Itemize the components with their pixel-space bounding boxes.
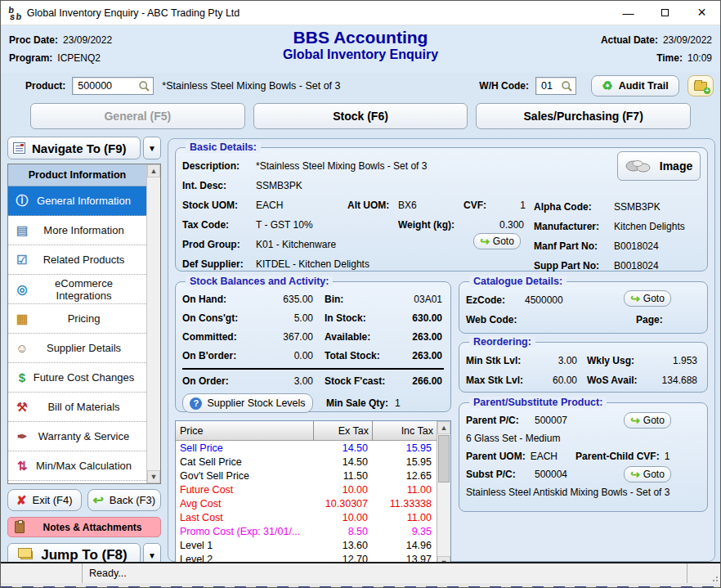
inc-tax-column-header[interactable]: Inc Tax <box>373 425 437 437</box>
catalogue-goto-button[interactable]: ↪ Goto <box>624 290 671 307</box>
back-button[interactable]: ↩ Back (F3) <box>87 489 162 511</box>
max-stk-value: 60.00 <box>535 370 577 390</box>
available-label: Available: <box>325 328 396 347</box>
notes-attachments-button[interactable]: Notes & Attachments <box>7 517 161 537</box>
int-desc-label: Int. Desc: <box>182 176 256 195</box>
divider <box>182 368 444 370</box>
tab-bar: General (F5) Stock (F6) Sales/Purchasing… <box>1 99 720 133</box>
price-table-row[interactable]: Gov't Sell Price 11.50 12.65 <box>176 469 437 483</box>
sidebar-item[interactable]: ☑ Related Products <box>8 245 146 275</box>
dollar-icon: $ <box>13 370 31 384</box>
price-table-row[interactable]: Promo Cost (Exp: 31/01/... 8.50 9.35 <box>176 524 437 538</box>
status-cell <box>1 563 83 583</box>
stock-uom-value: EACH <box>256 195 347 215</box>
sidebar-item[interactable]: ⚒ Bill of Materials <box>8 393 146 422</box>
product-bar: Product: 500000 *Stainless Steel Mixing … <box>1 73 720 99</box>
app-logo-icon: bｓb <box>7 7 21 20</box>
sidebar-scrollbar[interactable]: ▲ ▼ <box>146 164 160 483</box>
minimize-button[interactable]: — <box>610 1 647 25</box>
supplier-stock-levels-button[interactable]: ? Supplier Stock Levels <box>182 393 313 413</box>
search-icon[interactable] <box>561 80 573 92</box>
on-order-value: 3.00 <box>258 372 313 391</box>
stock-fcast-label: Stock F'cast: <box>325 372 396 391</box>
price-table-row[interactable]: Level 1 13.60 14.96 <box>176 538 437 552</box>
audit-trail-button[interactable]: ♻ Audit Trail <box>591 75 679 97</box>
stock-balances-group: Stock Balances and Activity: On Hand:635… <box>175 281 451 412</box>
image-button-label: Image <box>660 159 692 173</box>
sidebar-item[interactable]: ⓘ General Information <box>8 186 146 216</box>
status-message: Ready... <box>83 563 687 583</box>
time-value: 10:09 <box>687 52 712 64</box>
price-table-scrollbar[interactable]: ▲ ▼ <box>437 421 450 569</box>
parent-pc-label: Parent P/C: <box>466 411 535 429</box>
sidebar-item[interactable]: ◎ eCommerce Integrations <box>8 275 146 304</box>
supplier-goto-button[interactable]: ↪ Goto <box>473 233 521 249</box>
status-bar: Ready... <box>1 562 720 583</box>
open-folder-button[interactable]: + <box>687 75 714 97</box>
bin-label: Bin: <box>325 290 396 309</box>
product-description: *Stainless Steel Mixing Bowls - Set of 3 <box>162 80 340 92</box>
goto-arrow-icon: ↪ <box>630 293 640 304</box>
tab-stock[interactable]: Stock (F6) <box>253 103 468 129</box>
price-column-header[interactable]: Price <box>176 421 314 440</box>
int-desc-value: SSMB3PK <box>256 176 302 195</box>
wos-avail-value: 134.688 <box>651 370 701 390</box>
product-input[interactable]: 500000 <box>72 77 154 95</box>
navigate-dropdown-button[interactable]: ▼ <box>143 137 161 159</box>
on-order-label: On Order: <box>182 372 258 391</box>
pricing-table-icon: ▦ <box>13 312 31 326</box>
goto-arrow-icon: ↪ <box>480 236 490 247</box>
jump-to-label: Jump To (F8) <box>41 547 127 563</box>
scroll-up-icon[interactable]: ▲ <box>437 421 450 434</box>
navigate-to-button[interactable]: Navigate To (F9) <box>7 137 141 159</box>
subst-pc-label: Subst P/C: <box>466 465 535 483</box>
image-button[interactable]: Image <box>617 151 701 181</box>
min-sale-qty-value: 1 <box>395 397 401 409</box>
price-table-row[interactable]: Future Cost 10.00 11.00 <box>176 483 437 496</box>
sidebar-item[interactable]: ▤ More Information <box>8 216 146 245</box>
parent-uom-label: Parent UOM: <box>466 447 526 465</box>
title-bar: bｓb Global Inventory Enquiry - ABC Tradi… <box>1 1 720 25</box>
price-table-row[interactable]: Sell Price 14.50 15.95 <box>176 441 437 455</box>
alpha-code-label: Alpha Code: <box>534 197 614 217</box>
sidebar-item[interactable]: ☺ Supplier Details <box>8 334 146 363</box>
search-icon[interactable] <box>138 80 150 92</box>
close-button[interactable]: × <box>683 1 720 25</box>
parent-goto-button[interactable]: ↪Goto <box>624 412 671 429</box>
info-icon: ⓘ <box>13 193 31 209</box>
basic-details-title: Basic Details: <box>186 141 261 153</box>
wh-code-input[interactable]: 01 <box>535 77 576 95</box>
price-table-row[interactable]: Avg Cost 10.30307 11.33338 <box>176 496 437 510</box>
prod-group-label: Prod Group: <box>182 235 256 254</box>
goto-label: Goto <box>643 465 665 483</box>
price-table-row[interactable]: Last Cost 10.00 11.00 <box>176 510 437 524</box>
exit-button[interactable]: ✘ Exit (F4) <box>7 489 82 511</box>
goto-label: Goto <box>493 236 514 247</box>
sidebar-item[interactable]: $ Future Cost Changes <box>8 363 146 393</box>
exit-x-icon: ✘ <box>16 493 27 508</box>
list-header: Product Information <box>8 164 146 186</box>
sidebar-item[interactable]: ✒ Warranty & Service <box>8 422 146 451</box>
goto-label: Goto <box>643 293 665 304</box>
stock-balances-title: Stock Balances and Activity: <box>186 276 333 287</box>
tab-sales-purchasing[interactable]: Sales/Purchasing (F7) <box>476 103 691 129</box>
maximize-button[interactable] <box>647 1 683 25</box>
stock-fcast-value: 266.00 <box>396 372 444 391</box>
substitute-goto-button[interactable]: ↪Goto <box>624 466 671 483</box>
scroll-up-icon[interactable]: ▲ <box>147 164 160 177</box>
def-supplier-value: KITDEL - Kitchen Delights <box>256 254 369 274</box>
tax-code-value: T - GST 10% <box>256 215 398 235</box>
tax-code-label: Tax Code: <box>182 215 256 235</box>
tab-general[interactable]: General (F5) <box>30 103 245 129</box>
cvf-value: 1 <box>496 195 526 215</box>
sidebar-item[interactable]: ▦ Pricing <box>8 304 146 334</box>
sidebar-item[interactable]: ⇅ Min/Max Calculation <box>8 451 146 481</box>
price-table-header[interactable]: Price Ex Tax Inc Tax <box>176 421 437 441</box>
description-value: *Stainless Steel Mixing Bowls - Set of 3 <box>256 156 427 176</box>
price-table-row[interactable]: Cat Sell Price 14.50 15.95 <box>176 455 437 469</box>
product-image-thumbnail <box>625 159 653 173</box>
scroll-down-icon[interactable]: ▼ <box>147 470 160 483</box>
price-table: Price Ex Tax Inc Tax Sell Price 14.50 15… <box>175 420 451 570</box>
scrollbar-thumb[interactable] <box>438 435 450 483</box>
ex-tax-column-header[interactable]: Ex Tax <box>314 421 373 440</box>
